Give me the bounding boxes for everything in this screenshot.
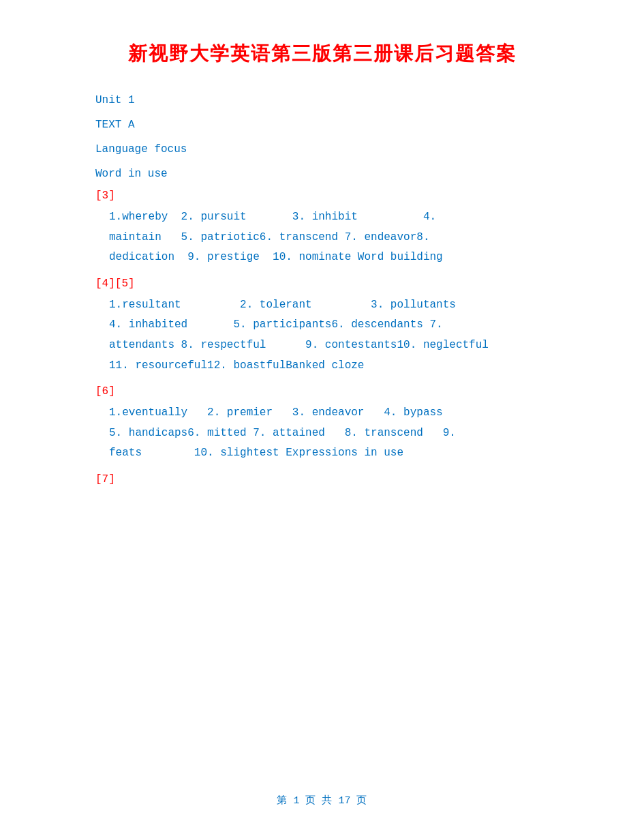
text-label: TEXT A [95, 119, 589, 131]
bracket-6: [6] [95, 385, 589, 398]
bracket-45: [4][5] [95, 278, 589, 290]
bracket-3: [3] [95, 190, 589, 202]
answers-6: 1.eventually 2. premier 3. endeavor 4. b… [55, 403, 589, 464]
answers-3: 1.whereby 2. pursuit 3. inhibit 4. maint… [55, 207, 589, 268]
language-focus-label: Language focus [95, 143, 589, 155]
answers-45: 1.resultant 2. tolerant 3. pollutants 4.… [55, 295, 589, 376]
page-title: 新视野大学英语第三版第三册课后习题答案 [55, 41, 589, 67]
page-footer: 第 1 页 共 17 页 [0, 794, 644, 807]
unit-label: Unit 1 [95, 94, 589, 106]
word-in-use-label: Word in use [95, 168, 589, 180]
bracket-7: [7] [95, 473, 589, 486]
content-block: Unit 1 TEXT A Language focus Word in use [95, 94, 589, 180]
page: 新视野大学英语第三版第三册课后习题答案 Unit 1 TEXT A Langua… [0, 0, 644, 834]
